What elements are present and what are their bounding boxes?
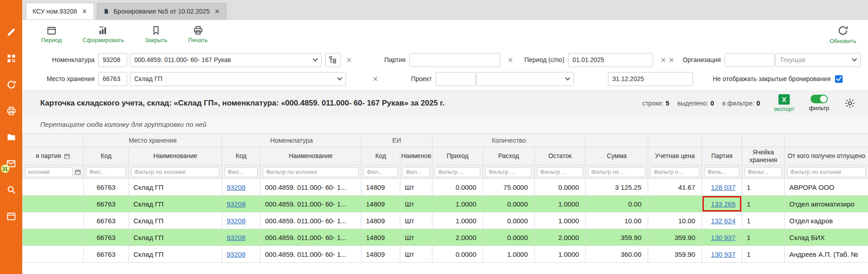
column-filter-input-ostatok[interactable]: [537, 167, 583, 177]
column-header-price[interactable]: Учетная цена: [648, 147, 702, 165]
column-header-mx_name[interactable]: Наименование: [129, 147, 222, 165]
column-filter-input-prihod[interactable]: [435, 167, 480, 177]
column-header-vparty[interactable]: я партия: [23, 147, 84, 165]
calendar-icon[interactable]: [5, 210, 17, 222]
table-row[interactable]: 66763Склад ГП93208000.4859. 011.000- 60-…: [23, 179, 868, 196]
print-icon: [193, 25, 203, 35]
organization-placeholder: Текущая: [780, 56, 806, 63]
column-filter-input-summa[interactable]: [588, 167, 645, 177]
filter-cell-nom_code: [222, 165, 261, 179]
nomenclature-select[interactable]: 000.4859. 011.000- 60- 167 Рукав: [130, 53, 322, 67]
project-code-input[interactable]: [436, 72, 475, 86]
folder-icon[interactable]: [5, 131, 17, 143]
column-filter-input-vparty[interactable]: [25, 167, 73, 177]
column-header-ei_name[interactable]: Наименов: [400, 147, 432, 165]
column-filter-input-party[interactable]: [704, 167, 740, 177]
party-link[interactable]: 130 937: [711, 234, 735, 241]
party-link[interactable]: 133 265: [711, 200, 735, 208]
party-link[interactable]: 130 937: [711, 250, 735, 258]
edit-icon[interactable]: [5, 26, 17, 38]
storage-select[interactable]: Склад ГП: [130, 72, 346, 86]
column-filter-input-rashod[interactable]: [485, 167, 532, 177]
column-header-prihod[interactable]: Приход: [432, 147, 483, 165]
column-header-row: я партияКодНаименованиеКодНаименованиеКо…: [23, 147, 868, 165]
generate-button[interactable]: Сформировать: [83, 25, 124, 43]
party-link[interactable]: 128 037: [711, 183, 735, 191]
period-from-input[interactable]: [568, 53, 653, 67]
column-header-summa[interactable]: Сумма: [586, 147, 648, 165]
qr-code-icon[interactable]: [5, 53, 17, 64]
table-row[interactable]: 66763Склад ГП93208000.4859. 011.000- 60-…: [23, 229, 868, 246]
column-filter-input-cell[interactable]: [745, 167, 782, 177]
cell-from: Отдел автоматизиро: [785, 196, 868, 212]
clear-organization-icon[interactable]: [667, 55, 675, 64]
rows-count-label: строки:: [642, 100, 664, 107]
clear-party-icon[interactable]: [507, 55, 515, 64]
close-icon[interactable]: [214, 7, 220, 15]
column-header-nom_code[interactable]: Код: [222, 147, 261, 165]
nomenclature-code-input[interactable]: [98, 53, 127, 67]
clear-period-icon[interactable]: [659, 55, 668, 64]
search-icon[interactable]: [5, 184, 17, 196]
storage-code-input[interactable]: [98, 72, 127, 86]
mail-icon[interactable]: 31: [5, 158, 17, 169]
tab-ksu[interactable]: КСУ ном.93208: [26, 3, 94, 19]
export-excel-button[interactable]: X экспорт: [773, 94, 794, 112]
table-row[interactable]: 66763Склад ГП93208000.4859. 011.000- 60-…: [23, 212, 868, 229]
close-period-button[interactable]: Закрыть: [145, 25, 167, 43]
organization-code-input[interactable]: [725, 53, 774, 67]
period-to-input[interactable]: [608, 72, 693, 86]
column-filter-input-ei_code[interactable]: [364, 167, 398, 177]
filter-cell-ei_name: [400, 165, 432, 179]
column-header-from[interactable]: От кого получен отпущено: [785, 147, 868, 165]
party-input[interactable]: [409, 53, 500, 67]
column-header-cell[interactable]: Ячейка хранения: [742, 147, 785, 165]
column-filter-input-nom_code[interactable]: [224, 167, 258, 177]
calendar-icon[interactable]: [75, 169, 81, 175]
tab-booking[interactable]: Бронирование №5 от 10.02.2025: [97, 3, 227, 19]
filter-toggle[interactable]: фильтр: [809, 95, 829, 111]
column-header-nom_name[interactable]: Наименование: [261, 147, 361, 165]
organization-select[interactable]: Текущая: [775, 53, 861, 67]
column-header-ostatok[interactable]: Остаток: [535, 147, 586, 165]
close-icon[interactable]: [81, 7, 87, 15]
settings-gear-icon[interactable]: [844, 98, 855, 109]
clear-nomenclature-icon[interactable]: [345, 55, 353, 64]
calendar-icon[interactable]: [64, 153, 70, 159]
nom_code-link[interactable]: 93208: [227, 183, 246, 191]
nom_code-link[interactable]: 93208: [227, 250, 246, 258]
column-header-mx_code[interactable]: Код: [84, 147, 129, 165]
tree-view-button[interactable]: [325, 53, 341, 67]
print-icon[interactable]: [5, 105, 17, 117]
column-header-party[interactable]: Партия: [702, 147, 742, 165]
column-header-rashod[interactable]: Расход: [483, 147, 535, 165]
print-button[interactable]: Печать: [188, 25, 208, 43]
period-button[interactable]: Период: [41, 25, 62, 43]
column-filter-input-nom_name[interactable]: [263, 167, 359, 177]
hide-closed-checkbox[interactable]: [835, 75, 843, 83]
cell-from: Склад БИХ: [785, 229, 868, 246]
mail-badge: 31: [1, 164, 9, 173]
table-row[interactable]: 66763Склад ГП93208000.4859. 011.000- 60-…: [23, 196, 868, 212]
filter-cell-vparty: [23, 165, 84, 179]
clear-storage-icon[interactable]: [371, 74, 379, 83]
cell-price: 359.90: [648, 246, 702, 263]
filter-panel: Номенклатура 000.4859. 011.000- 60- 167 …: [22, 49, 868, 91]
generate-icon: [98, 25, 108, 35]
sync-icon[interactable]: [5, 79, 17, 91]
refresh-button[interactable]: Обновить: [830, 25, 856, 44]
table-row[interactable]: 66763Склад ГП93208000.4859. 011.000- 60-…: [23, 246, 868, 263]
column-filter-input-mx_code[interactable]: [86, 167, 126, 177]
nom_code-link[interactable]: 93208: [227, 217, 246, 225]
party-link[interactable]: 132 624: [711, 217, 735, 225]
toggle-switch-on[interactable]: [811, 95, 828, 103]
column-filter-input-price[interactable]: [650, 167, 699, 177]
project-select[interactable]: [476, 72, 574, 86]
column-filter-input-mx_name[interactable]: [131, 167, 219, 177]
column-filter-input-ei_name[interactable]: [403, 167, 430, 177]
nom_code-link[interactable]: 93208: [227, 234, 246, 241]
nom_code-link[interactable]: 93208: [227, 200, 246, 208]
group-panel[interactable]: Перетащите сюда колонку для группировки …: [22, 115, 868, 133]
column-header-ei_code[interactable]: Код: [361, 147, 400, 165]
column-filter-input-from[interactable]: [787, 167, 866, 177]
